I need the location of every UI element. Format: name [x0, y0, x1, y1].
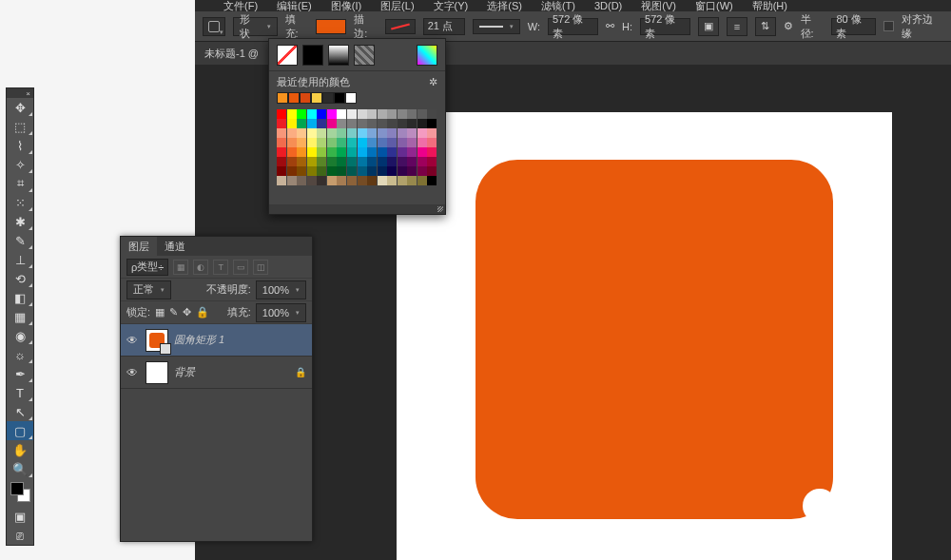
menu-file[interactable]: 文件(F) — [223, 0, 258, 11]
color-swatch[interactable] — [417, 157, 427, 166]
color-swatch[interactable] — [277, 138, 286, 147]
color-swatch[interactable] — [297, 176, 306, 185]
color-swatch[interactable] — [427, 166, 437, 176]
eraser-tool[interactable]: ◧ — [7, 288, 33, 307]
color-swatch[interactable] — [307, 147, 317, 157]
recent-swatch[interactable] — [288, 92, 300, 104]
menu-image[interactable]: 图像(I) — [331, 0, 361, 11]
stroke-width-field[interactable]: 21 点 — [423, 18, 465, 35]
color-swatch[interactable] — [347, 147, 357, 157]
color-swatch[interactable] — [287, 119, 297, 128]
height-field[interactable]: 572 像素 — [640, 18, 690, 35]
link-wh-icon[interactable]: ⚯ — [606, 20, 614, 32]
color-swatch[interactable] — [407, 147, 417, 157]
color-swatch[interactable] — [347, 166, 357, 176]
menu-help[interactable]: 帮助(H) — [752, 0, 787, 11]
blend-mode-dropdown[interactable]: 正常 — [126, 280, 171, 299]
fill-solid-button[interactable] — [302, 45, 323, 66]
color-swatch[interactable] — [277, 109, 286, 119]
color-swatch[interactable] — [358, 128, 367, 138]
lock-paint-icon[interactable]: ✎ — [169, 306, 178, 319]
fill-swatch[interactable] — [316, 19, 346, 34]
picker-menu-icon[interactable]: ✲ — [429, 76, 437, 88]
history-brush-tool[interactable]: ⟲ — [7, 269, 33, 288]
layer-name[interactable]: 背景 — [174, 365, 195, 379]
color-swatch[interactable] — [307, 166, 317, 176]
dodge-tool[interactable]: ☼ — [7, 345, 33, 364]
color-swatch[interactable] — [297, 157, 306, 166]
color-swatch[interactable] — [417, 138, 427, 147]
color-swatch[interactable] — [287, 109, 297, 119]
color-swatch[interactable] — [427, 128, 437, 138]
color-swatch[interactable] — [287, 157, 297, 166]
fill-pattern-button[interactable] — [354, 45, 375, 66]
stroke-style-dropdown[interactable] — [473, 19, 520, 34]
marquee-tool[interactable]: ⬚ — [7, 117, 33, 136]
fill-opacity-field[interactable]: 100% — [256, 303, 306, 322]
lock-all-icon[interactable]: 🔒 — [196, 306, 209, 319]
path-tool[interactable]: ↖ — [7, 402, 33, 421]
filter-adjust-icon[interactable]: ◐ — [193, 260, 208, 275]
blur-tool[interactable]: ◉ — [7, 326, 33, 345]
color-swatch[interactable] — [287, 166, 297, 176]
color-fg-bg[interactable] — [7, 478, 33, 507]
color-swatch[interactable] — [337, 147, 346, 157]
color-swatch[interactable] — [277, 176, 286, 185]
menu-type[interactable]: 文字(Y) — [434, 0, 469, 11]
filter-shape-icon[interactable]: ▭ — [233, 260, 248, 275]
color-swatch[interactable] — [378, 157, 387, 166]
color-swatch[interactable] — [277, 128, 286, 138]
color-swatch[interactable] — [347, 128, 357, 138]
zoom-tool[interactable]: 🔍 — [7, 459, 33, 478]
color-swatch[interactable] — [307, 119, 317, 128]
menu-select[interactable]: 选择(S) — [487, 0, 522, 11]
color-swatch[interactable] — [417, 166, 427, 176]
color-swatch[interactable] — [387, 166, 397, 176]
color-swatch[interactable] — [327, 166, 337, 176]
color-swatch[interactable] — [287, 147, 297, 157]
menu-edit[interactable]: 编辑(E) — [277, 0, 312, 11]
color-swatch[interactable] — [427, 157, 437, 166]
healing-tool[interactable]: ✱ — [7, 212, 33, 231]
color-swatch[interactable] — [367, 109, 377, 119]
color-swatch[interactable] — [307, 109, 317, 119]
palette-handle[interactable]: × — [7, 88, 33, 98]
color-swatch[interactable] — [378, 119, 387, 128]
color-swatch[interactable] — [358, 166, 367, 176]
layer-name[interactable]: 圆角矩形 1 — [174, 333, 224, 347]
align-edges-checkbox[interactable] — [883, 21, 894, 31]
color-swatch[interactable] — [367, 138, 377, 147]
color-swatch[interactable] — [387, 128, 397, 138]
menu-view[interactable]: 视图(V) — [641, 0, 676, 11]
filter-smart-icon[interactable]: ◫ — [253, 260, 268, 275]
menu-filter[interactable]: 滤镜(T) — [541, 0, 575, 11]
color-swatch[interactable] — [398, 109, 407, 119]
color-swatch[interactable] — [398, 147, 407, 157]
color-swatch[interactable] — [427, 176, 437, 185]
color-swatch[interactable] — [417, 176, 427, 185]
filter-type-icon[interactable]: T — [213, 260, 228, 275]
stamp-tool[interactable]: ⊥ — [7, 250, 33, 269]
color-swatch[interactable] — [367, 157, 377, 166]
color-swatch[interactable] — [387, 138, 397, 147]
color-swatch[interactable] — [317, 176, 326, 185]
layer-row-background[interactable]: 👁 背景 🔒 — [121, 357, 312, 389]
color-swatch[interactable] — [407, 138, 417, 147]
color-swatch[interactable] — [337, 157, 346, 166]
fill-colorpicker-button[interactable] — [417, 45, 437, 66]
color-swatch[interactable] — [317, 166, 326, 176]
color-swatch[interactable] — [367, 128, 377, 138]
filter-pixel-icon[interactable]: ▦ — [173, 260, 188, 275]
quickmask-toggle[interactable]: ▣ — [7, 507, 33, 526]
menu-layer[interactable]: 图层(L) — [380, 0, 414, 11]
visibility-icon[interactable]: 👁 — [126, 366, 140, 379]
crop-tool[interactable]: ⌗ — [7, 174, 33, 193]
brush-tool[interactable]: ✎ — [7, 231, 33, 250]
menu-window[interactable]: 窗口(W) — [695, 0, 733, 11]
color-swatch[interactable] — [387, 119, 397, 128]
color-swatch[interactable] — [297, 128, 306, 138]
color-swatch[interactable] — [427, 147, 437, 157]
color-swatch[interactable] — [387, 147, 397, 157]
recent-swatch[interactable] — [322, 92, 334, 104]
rounded-rectangle-shape[interactable] — [476, 160, 833, 519]
